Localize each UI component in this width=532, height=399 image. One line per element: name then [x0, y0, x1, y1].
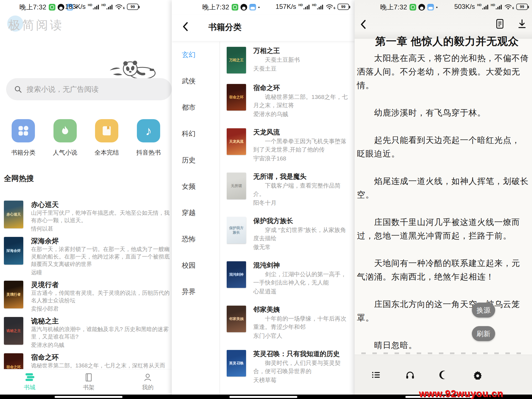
- book-cover: 英灵召唤: [227, 350, 246, 377]
- chevron-left-icon: [359, 19, 367, 30]
- site-watermark: www.92wuyou.cn: [419, 388, 503, 399]
- contents-button[interactable]: [372, 370, 381, 380]
- hot-search-heading: 全网热搜: [4, 173, 34, 183]
- book-cover: 宿命之环: [4, 353, 23, 369]
- signal2-icon: HD: [312, 4, 323, 10]
- tab-bookstore[interactable]: 书城: [0, 369, 59, 395]
- flame-icon: [53, 119, 77, 142]
- book-description: 山河千里写伏尸，乾坤百年描恶虎。天地至公如无情，我有赤心一颗，以巡天。: [31, 209, 172, 224]
- book-description: 诡秘世界第二部。1368之年，七月之末，深红将: [253, 93, 349, 109]
- book-item[interactable]: 灵境行者 灵境行者 亘古通今，传闻世有灵境。关于灵境的说法，历朝历代的名人雅士众…: [4, 278, 172, 314]
- qq-icon: [418, 4, 425, 11]
- sidebar-category-item[interactable]: 武侠: [172, 68, 219, 94]
- category-header: 书籍分类: [172, 15, 355, 41]
- book-item[interactable]: 英灵召唤 英灵召唤：只有我知道的历史 御灵时代，人们只要与英灵契合，便可召唤异世…: [227, 345, 349, 389]
- book-item[interactable]: 无所谓 无所谓，我是魔头 下载客户端，查看完整作品简介。 阳冬十月: [227, 167, 349, 212]
- shortcut-row: 书籍分类 人气小说 全本完结 ♪ 抖音热书: [10, 119, 162, 157]
- shortcut-popular[interactable]: 人气小说: [52, 119, 78, 157]
- book-author: 东门小官人: [253, 332, 349, 339]
- book-cover: 保护我方族长: [227, 217, 246, 244]
- back-button[interactable]: [181, 21, 190, 32]
- listen-button[interactable]: [405, 370, 415, 380]
- shortcut-douyin-hot[interactable]: ♪ 抖音热书: [135, 119, 162, 157]
- weather-icon: [427, 4, 434, 11]
- book-author: 心星逍遥: [253, 288, 349, 295]
- messenger-icon: [49, 4, 55, 11]
- bookshelf-icon: [84, 373, 93, 382]
- tab-profile[interactable]: 我的: [118, 369, 177, 395]
- book-item[interactable]: 宿命之环 宿命之环 诡秘世界第二部。1368之年，七月之末，深红将从天而降。 爱…: [4, 351, 172, 369]
- book-icon: [95, 119, 118, 142]
- sidebar-category-item[interactable]: 校园: [172, 252, 219, 278]
- download-button[interactable]: [517, 18, 528, 29]
- book-cover: 赤心巡天: [4, 201, 23, 228]
- refresh-button[interactable]: 刷新: [472, 326, 495, 341]
- tab-bookshelf[interactable]: 书架: [59, 369, 118, 395]
- sidebar-category-item[interactable]: 科幻: [172, 121, 219, 147]
- sidebar-category-item[interactable]: 恐怖: [172, 226, 219, 252]
- night-mode-button[interactable]: [439, 370, 449, 380]
- page-title: 书籍分类: [208, 22, 242, 33]
- sidebar-category-item[interactable]: 玄幻: [172, 42, 219, 68]
- shortcut-completed[interactable]: 全本完结: [93, 119, 120, 157]
- book-item[interactable]: 万相之王 万相之王 天蚕土豆新书 天蚕土豆: [227, 42, 349, 79]
- book-item[interactable]: 保护我方族长 保护我方族长 穿成 “玄幻世界”族长，从家族角度去描绘 傲无常: [227, 212, 349, 256]
- grid-icon: [12, 119, 35, 142]
- book-title: 灵境行者: [31, 281, 172, 288]
- search-input[interactable]: 搜索小说，无广告阅读: [6, 78, 172, 100]
- book-cover: 诡秘之主: [4, 317, 23, 345]
- paragraph: 天地间有一种冷酷的联系建立起来，元 气汹涌。东南西北，绝煞乍起相连！: [357, 256, 529, 283]
- book-title: 保护我方族长: [253, 217, 349, 225]
- document-button[interactable]: [495, 18, 505, 29]
- search-icon: [14, 85, 22, 93]
- sidebar-category-item[interactable]: 穿越: [172, 200, 219, 226]
- home-indicator[interactable]: [55, 396, 122, 398]
- paragraph: 焰尾连成一道火线，如神人挥笔，划破长 空。: [357, 174, 529, 201]
- book-item[interactable]: 深海余烬 深海余烬 在那一天，浓雾封锁了一切。在那一天，他成为了一艘幽灵船的船长…: [4, 234, 172, 278]
- home-indicator[interactable]: [229, 396, 297, 398]
- book-item[interactable]: 赤心巡天 赤心巡天 山河千里写伏尸，乾坤百年描恶虎。天地至公如无情，我有赤心一颗…: [4, 198, 172, 234]
- book-item[interactable]: 混沌剑神 混沌剑神 剑尘，江湖中公认的第一高手，一手快剑法出神入化，无人能 心星…: [227, 256, 349, 300]
- sidebar-category-item[interactable]: 女频: [172, 173, 219, 200]
- reader-screen: 晚上7:32 503K/s HD HD 6 99 第一章 他惊人的毅力并无观众: [355, 0, 532, 399]
- book-item[interactable]: 宿命之环 宿命之环 诡秘世界第二部。1368之年，七月之末，深红将 爱潜水的乌贼: [227, 79, 349, 123]
- category-sidebar: 玄幻武侠都市科幻历史女频穿越恐怖校园异界: [172, 42, 219, 305]
- settings-button[interactable]: [473, 370, 482, 380]
- paragraph: 幼鹿涉溪时，有飞鸟穿于林。: [357, 106, 529, 119]
- wifi-icon: 6: [326, 4, 335, 10]
- sidebar-category-item[interactable]: 历史: [172, 147, 219, 173]
- book-title: 宿命之环: [31, 353, 172, 361]
- book-author: 宇宙浪子168: [253, 155, 349, 162]
- book-author: 远瞳: [31, 269, 172, 276]
- book-item[interactable]: 天龙风流 天龙风流 一个黑拳拳王因为飞机失事堕落到了天龙世界,开始了他的传 宇宙…: [227, 123, 349, 167]
- sidebar-category-item[interactable]: 都市: [172, 94, 219, 121]
- screenshot-composite: 晚上7:32 183K/s HD HD 6 99 极简阅读: [0, 0, 532, 399]
- status-bar: 晚上7:32 183K/s HD HD 6 99: [0, 3, 177, 13]
- paragraph: 太阳悬在高天，将它的光和热，不偏不倚 洒落人间。不分老幼，不辨贵贱。大爱如无情。: [357, 51, 529, 92]
- book-item[interactable]: 邻家美姨 邻家美姨 十年前的一场孽缘，十年后再次重逢。青涩少年和邻 东门小官人: [227, 300, 349, 345]
- category-book-list: 万相之王 万相之王 天蚕土豆新书 天蚕土豆 宿命之环 宿命之环 诡秘世界第二部。…: [227, 42, 349, 395]
- sidebar-category-item[interactable]: 异界: [172, 278, 219, 305]
- change-source-button[interactable]: 换源: [472, 303, 495, 318]
- book-author: 爱潜水的乌贼: [253, 111, 349, 118]
- signal-icon: HD: [477, 4, 488, 10]
- book-item[interactable]: 诡秘之主 诡秘之主 蒸汽与机械的浪潮中，谁能触及非凡? 历史和黑暗的迷雾里，又是…: [4, 314, 172, 351]
- shortcut-book-category[interactable]: 书籍分类: [10, 119, 37, 157]
- book-title: 宿命之环: [253, 84, 349, 92]
- book-author: 阳冬十月: [253, 199, 349, 206]
- signal-icon: HD: [298, 4, 310, 10]
- wifi-icon: 6: [504, 4, 514, 10]
- back-button[interactable]: [359, 19, 367, 30]
- status-bar: 晚上7:32 503K/s HD HD 6 99: [355, 3, 532, 13]
- book-title: 英灵召唤：只有我知道的历史: [253, 350, 349, 358]
- book-title: 万相之王: [253, 47, 349, 55]
- chapter-title: 第一章 他惊人的毅力并无观众: [375, 34, 519, 48]
- book-author: 情何以甚: [31, 225, 172, 232]
- notification-dot-icon: [436, 7, 438, 8]
- book-description: 一个黑拳拳王因为飞机失事堕落到了天龙世界,开始了他的传: [253, 137, 349, 154]
- paragraph: 晴日忽暗。: [357, 338, 529, 352]
- book-description: 剑尘，江湖中公认的第一高手，一手快剑法出神入化，无人能: [253, 270, 349, 287]
- network-speed: 183K/s: [65, 3, 86, 11]
- book-description: 御灵时代，人们只要与英灵契合，便可召唤异世界的: [253, 359, 349, 375]
- book-cover: 灵境行者: [4, 281, 23, 308]
